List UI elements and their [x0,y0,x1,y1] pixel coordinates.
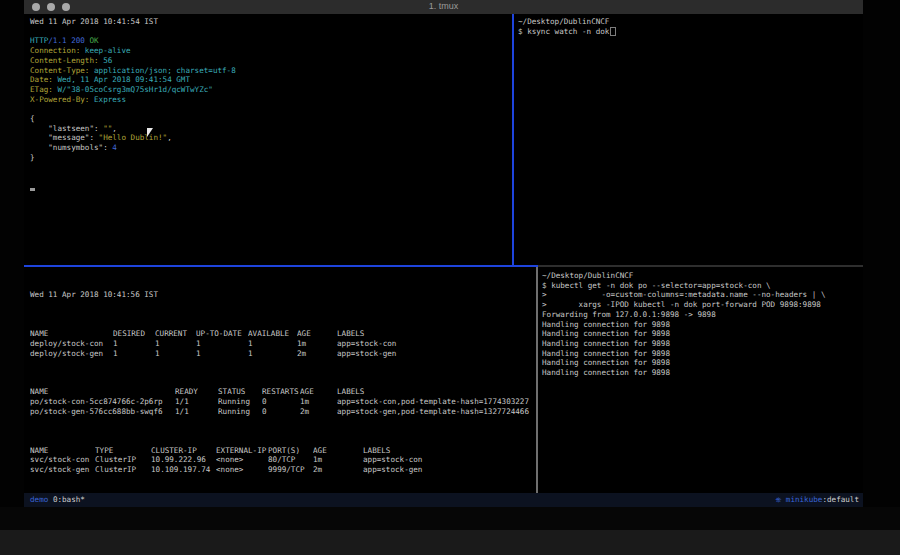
table-cell: NAME [30,387,175,397]
table-cell: NAME [30,446,95,456]
tmux-session: Wed 11 Apr 2018 10:41:54 IST HTTP/1.1 20… [24,14,863,493]
table-cell: AVAILABLE [248,329,297,339]
table-cell: 1 [155,349,196,359]
table-cell: 1 [113,339,155,349]
table-cell: 0 [262,397,300,407]
terminal-line [30,182,516,192]
deployments-table: NAMEDESIREDCURRENTUP-TO-DATEAVAILABLEAGE… [30,329,540,358]
table-cell: AGE [300,387,337,397]
pane-border-vertical-inactive[interactable] [536,267,538,493]
terminal-line [30,163,516,173]
table-cell: 1m [313,455,363,465]
status-right: ⎈ minikube:default [775,493,859,507]
terminal-line: "lastseen": "", [30,124,516,134]
table-cell: deploy/stock-gen [30,349,113,359]
screen-background: 1. tmux Wed 11 Apr 2018 10:41:54 IST HTT… [0,0,900,555]
table-cell: 10.109.197.74 [151,465,216,475]
table-cell: 1/1 [175,397,218,407]
table-cell: LABELS [337,387,540,397]
terminal-line: } [30,153,516,163]
table-cell: 2m [297,349,337,359]
table-cell: deploy/stock-con [30,339,113,349]
table-cell: LABELS [363,446,540,456]
table-cell: Running [218,397,262,407]
terminal-line: Connection: keep-alive [30,46,516,56]
table-cell: po/stock-con-5cc874766c-2p6rp [30,397,175,407]
window-item-bash[interactable]: 0:bash* [53,495,85,504]
table-cell: app=stock-con [337,339,540,349]
table-cell: ClusterIP [95,465,151,475]
terminal-line: Content-Length: 56 [30,56,516,66]
table-cell: RESTARTS [262,387,300,397]
timestamp: Wed 11 Apr 2018 10:41:56 IST [30,290,540,300]
table-cell: PORT(S) [268,446,313,456]
terminal-line: $ ksync watch -n dok [518,27,865,37]
table-cell: 1m [297,339,337,349]
terminal-line: "numsymbols": 4 [30,143,516,153]
letterbox-bottom [0,507,900,530]
table-cell: app=stock-con,pod-template-hash=17743032… [337,397,540,407]
terminal-line: Handling connection for 9898 [542,368,865,378]
table-cell: ClusterIP [95,455,151,465]
pane-port-forward[interactable]: ~/Desktop/DublinCNCF$ kubectl get -n dok… [540,267,865,493]
table-cell: READY [175,387,218,397]
table-cell: 10.99.222.96 [151,455,216,465]
terminal-line: Handling connection for 9898 [542,349,865,359]
table-cell: AGE [313,446,363,456]
table-cell: po/stock-gen-576cc688bb-swqf6 [30,407,175,417]
window-titlebar[interactable]: 1. tmux [24,0,863,15]
pane-border-vertical-active[interactable] [512,14,514,265]
terminal-line: X-Powered-By: Express [30,95,516,105]
terminal-line: ~/Desktop/DublinCNCF [518,17,865,27]
terminal-line: { [30,114,516,124]
session-name: demo [30,495,48,504]
table-cell: svc/stock-gen [30,465,95,475]
terminal-line: ~/Desktop/DublinCNCF [542,271,865,281]
desktop-strip [0,530,900,555]
table-cell: 1 [196,339,248,349]
table-cell: 1 [196,349,248,359]
window-title: 1. tmux [24,1,863,11]
table-cell: UP-TO-DATE [196,329,248,339]
table-cell: 1/1 [175,407,218,417]
terminal-line: Content-Type: application/json; charset=… [30,66,516,76]
table-cell: NAME [30,329,113,339]
pane-ksync-watch[interactable]: ~/Desktop/DublinCNCF$ ksync watch -n dok [516,14,865,267]
table-cell: 80/TCP [268,455,313,465]
table-cell: 2m [313,465,363,475]
table-cell: CLUSTER-IP [151,446,216,456]
terminal-line: Handling connection for 9898 [542,320,865,330]
terminal-line: Wed 11 Apr 2018 10:41:54 IST [30,17,516,27]
kube-namespace: :default [822,495,859,504]
table-cell: STATUS [218,387,262,397]
tmux-status-bar: demo 0:bash* ⎈ minikube:default [24,493,863,507]
terminal-cursor [30,188,35,191]
table-cell: 9999/TCP [268,465,313,475]
table-cell: CURRENT [155,329,196,339]
table-cell: app=stock-con [363,455,540,465]
table-cell: TYPE [95,446,151,456]
table-cell: 1 [248,349,297,359]
table-cell: 1 [155,339,196,349]
status-left: demo 0:bash* [30,493,85,507]
table-cell: 1m [300,397,337,407]
terminal-line [30,172,516,182]
terminal-line [30,27,516,37]
terminal-cursor [610,27,616,36]
pods-table: NAMEREADYSTATUSRESTARTSAGELABELSpo/stock… [30,387,540,416]
terminal-line: Forwarding from 127.0.0.1:9898 -> 9898 [542,310,865,320]
table-cell: LABELS [337,329,540,339]
terminal-window: 1. tmux Wed 11 Apr 2018 10:41:54 IST HTT… [24,0,863,507]
table-cell: <none> [216,455,268,465]
table-cell: EXTERNAL-IP [216,446,268,456]
table-cell: <none> [216,465,268,475]
terminal-line: $ kubectl get -n dok po --selector=app=s… [542,281,865,291]
terminal-line: > xargs -IPOD kubectl -n dok port-forwar… [542,300,865,310]
pane-kubectl-tables[interactable]: Wed 11 Apr 2018 10:41:56 IST NAMEDESIRED… [24,267,540,493]
table-cell: svc/stock-con [30,455,95,465]
table-cell: 1 [248,339,297,349]
mouse-cursor-icon [147,128,153,137]
table-cell: 0 [262,407,300,417]
pane-http-response[interactable]: Wed 11 Apr 2018 10:41:54 IST HTTP/1.1 20… [24,14,516,267]
terminal-line: "message": "Hello Dublin!", [30,133,516,143]
